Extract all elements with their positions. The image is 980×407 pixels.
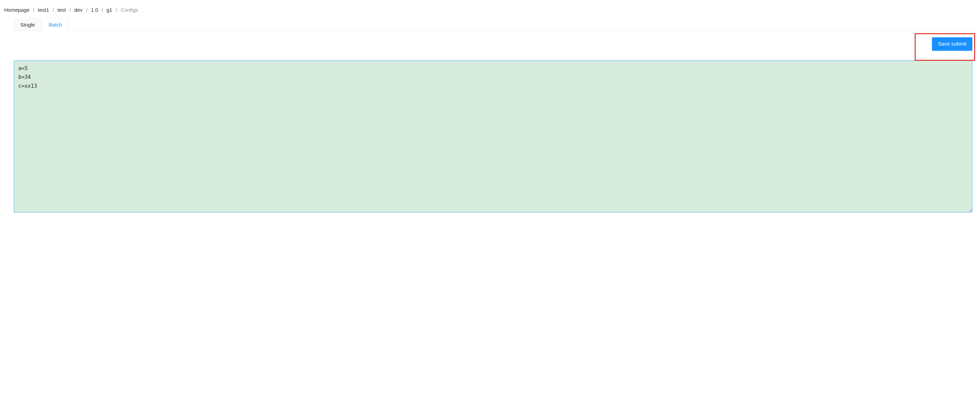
breadcrumb-item-dev[interactable]: dev	[74, 7, 83, 13]
breadcrumb-separator: /	[86, 7, 88, 13]
breadcrumb-separator: /	[102, 7, 103, 13]
breadcrumb-separator: /	[69, 7, 70, 13]
breadcrumb-item-test1[interactable]: test1	[38, 7, 49, 13]
breadcrumb-separator: /	[52, 7, 54, 13]
breadcrumb-item-homepage[interactable]: Homepage	[4, 7, 29, 13]
action-bar: Save submit	[4, 31, 976, 54]
config-editor[interactable]	[14, 60, 972, 212]
breadcrumb-separator: /	[33, 7, 34, 13]
tab-single[interactable]: Single	[14, 18, 41, 31]
breadcrumb-item-configs: Configs	[121, 7, 138, 13]
breadcrumb-separator: /	[116, 7, 117, 13]
tab-batch[interactable]: Batch	[42, 18, 68, 31]
save-submit-button[interactable]: Save submit	[932, 37, 972, 51]
tabs: Single Batch	[14, 18, 976, 31]
breadcrumb-item-version[interactable]: 1.0	[91, 7, 98, 13]
breadcrumb-item-test[interactable]: test	[57, 7, 66, 13]
breadcrumb-item-g1[interactable]: g1	[107, 7, 112, 13]
breadcrumb: Homepage / test1 / test / dev / 1.0 / g1…	[4, 4, 976, 18]
